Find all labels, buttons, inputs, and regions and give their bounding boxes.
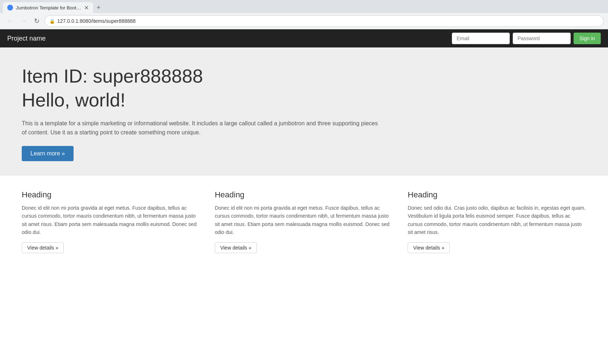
jumbotron: Item ID: super888888 Hello, world! This … <box>0 47 608 176</box>
navbar-brand: Project name <box>7 35 46 42</box>
lock-icon: 🔒 <box>49 18 55 24</box>
content-grid: Heading Donec id elit non mi porta gravi… <box>22 190 586 253</box>
learn-more-button[interactable]: Learn more » <box>22 146 74 161</box>
email-field[interactable] <box>452 33 510 44</box>
card-1-heading: Heading <box>22 190 200 200</box>
navbar-form: Sign in <box>452 33 601 44</box>
view-details-button-2[interactable]: View details » <box>215 242 257 253</box>
jumbotron-title-item-id: Item ID: super888888 <box>22 65 586 87</box>
card-2-heading: Heading <box>215 190 393 200</box>
back-button[interactable]: ← <box>4 16 15 26</box>
browser-tab-active[interactable]: Jumbotron Template for Boot… ✕ <box>3 2 93 13</box>
navbar: Project name Sign in <box>0 29 608 47</box>
new-tab-button[interactable]: + <box>95 4 103 12</box>
address-input[interactable] <box>57 18 599 24</box>
jumbotron-title-hello: Hello, world! <box>22 89 586 111</box>
card-2-body: Donec id elit non mi porta gravida at eg… <box>215 204 393 237</box>
card-1-body: Donec id elit non mi porta gravida at eg… <box>22 204 200 237</box>
content-section: Heading Donec id elit non mi porta gravi… <box>0 176 608 268</box>
password-field[interactable] <box>513 33 571 44</box>
tab-favicon <box>7 5 13 11</box>
tab-title: Jumbotron Template for Boot… <box>16 5 81 11</box>
view-details-button-1[interactable]: View details » <box>22 242 64 253</box>
signin-button[interactable]: Sign in <box>574 33 601 44</box>
browser-chrome: Jumbotron Template for Boot… ✕ + ← → ↻ 🔒 <box>0 0 608 29</box>
card-3-heading: Heading <box>408 190 586 200</box>
content-card-2: Heading Donec id elit non mi porta gravi… <box>215 190 393 253</box>
browser-tabs: Jumbotron Template for Boot… ✕ + <box>0 0 608 13</box>
address-bar: 🔒 <box>45 15 604 27</box>
close-tab-button[interactable]: ✕ <box>84 4 89 11</box>
reload-button[interactable]: ↻ <box>32 16 42 26</box>
content-card-1: Heading Donec id elit non mi porta gravi… <box>22 190 200 253</box>
card-3-body: Donec sed odio dui. Cras justo odio, dap… <box>408 204 586 237</box>
content-card-3: Heading Donec sed odio dui. Cras justo o… <box>408 190 586 253</box>
browser-toolbar: ← → ↻ 🔒 <box>0 13 608 29</box>
jumbotron-description: This is a template for a simple marketin… <box>22 119 384 137</box>
forward-button[interactable]: → <box>18 16 29 26</box>
view-details-button-3[interactable]: View details » <box>408 242 450 253</box>
